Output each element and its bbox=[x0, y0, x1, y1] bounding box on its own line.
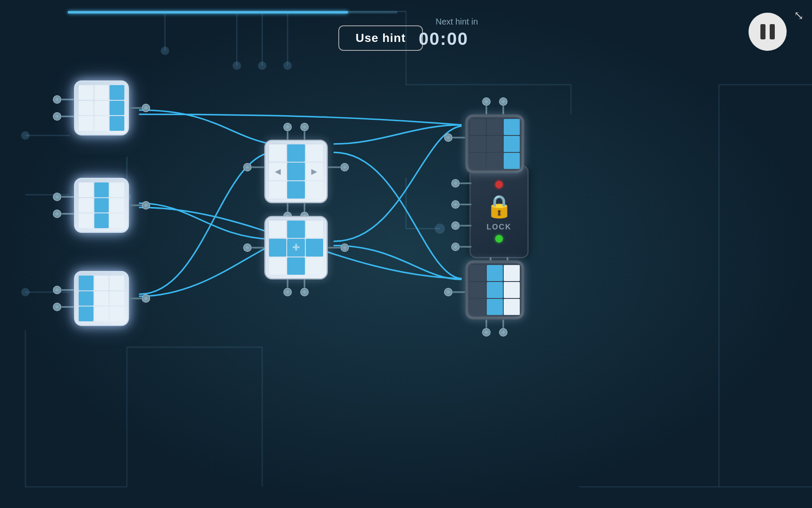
pin-lock-left1 bbox=[451, 179, 460, 188]
pin-left-bot1 bbox=[53, 286, 61, 294]
node-center-bot[interactable]: ✚ bbox=[264, 216, 328, 296]
lock-red-indicator bbox=[495, 181, 503, 188]
pin-top2-rt bbox=[499, 97, 508, 106]
pin-bot1-cb bbox=[283, 288, 292, 296]
pin-left-top2 bbox=[53, 112, 61, 121]
lock-green-indicator bbox=[495, 235, 503, 243]
shrink-icon[interactable]: ⤡ bbox=[794, 8, 804, 22]
node-mid-left-body bbox=[74, 178, 129, 233]
hint-timer: 00:00 bbox=[419, 29, 468, 49]
progress-bar-track bbox=[68, 11, 398, 14]
pin-left-bot2 bbox=[53, 303, 61, 311]
node-center-top[interactable]: ◀ ▶ bbox=[264, 123, 328, 220]
node-top-left[interactable] bbox=[74, 80, 129, 135]
lock-icon: 🔒 bbox=[486, 193, 513, 219]
pin-left-top1 bbox=[53, 95, 61, 104]
node-mid-left[interactable] bbox=[74, 178, 129, 233]
pin-right-cb bbox=[340, 243, 349, 252]
pin-left-rb bbox=[444, 288, 453, 296]
node-top-left-body bbox=[74, 80, 129, 135]
lock-node: 🔒 LOCK bbox=[469, 165, 529, 258]
pin-lock-left4 bbox=[451, 243, 460, 251]
pin-bot2-rb bbox=[499, 328, 508, 337]
progress-bar bbox=[68, 8, 398, 16]
pin-left-rt bbox=[444, 133, 453, 142]
pin-bot2-cb bbox=[300, 288, 309, 296]
node-right-bot[interactable] bbox=[465, 260, 524, 337]
lock-label: LOCK bbox=[487, 223, 512, 232]
pin-right-bot bbox=[142, 294, 150, 303]
pin-top2-ct bbox=[300, 123, 309, 131]
use-hint-button[interactable]: Use hint bbox=[338, 25, 423, 51]
pin-bot1-rb bbox=[482, 328, 491, 337]
pin-right-top bbox=[142, 104, 150, 112]
node-center-bot-body: ✚ bbox=[264, 216, 328, 279]
pin-lock-left3 bbox=[451, 221, 460, 230]
node-center-top-body: ◀ ▶ bbox=[264, 140, 328, 203]
pin-left-mid1 bbox=[53, 193, 61, 201]
node-right-top-body bbox=[465, 114, 524, 174]
progress-bar-fill bbox=[68, 11, 348, 14]
node-right-top[interactable] bbox=[465, 97, 524, 174]
pin-left-ct bbox=[243, 163, 252, 171]
pin-top1-ct bbox=[283, 123, 292, 131]
pin-left-mid2 bbox=[53, 210, 61, 218]
pause-icon bbox=[760, 24, 775, 39]
node-bot-left-body bbox=[74, 271, 129, 326]
pin-right-mid bbox=[142, 201, 150, 210]
pin-right-ct bbox=[340, 163, 349, 171]
node-bot-left[interactable] bbox=[74, 271, 129, 326]
next-hint-label: Next hint in bbox=[436, 17, 478, 27]
pin-lock-left2 bbox=[451, 200, 460, 209]
pin-left-cb bbox=[243, 243, 252, 252]
pin-top1-rt bbox=[482, 97, 491, 106]
pause-button[interactable] bbox=[749, 13, 787, 51]
node-right-bot-body bbox=[465, 260, 524, 320]
